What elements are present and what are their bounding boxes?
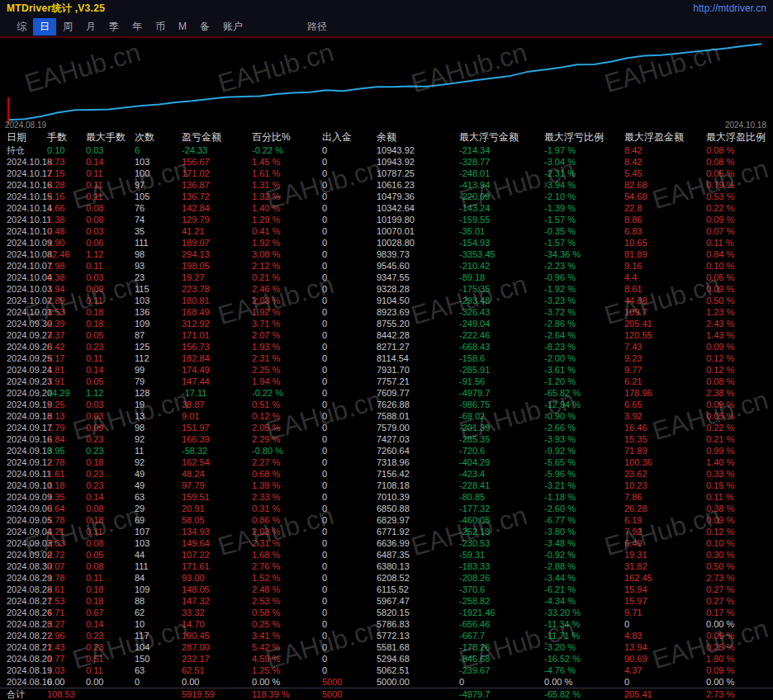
menu-item-zhanghu[interactable]: 账户	[216, 18, 249, 35]
table-row[interactable]: 2024.10.071.980.1193198.052.12 %09545.60…	[0, 260, 773, 272]
equity-chart: 2024.08.19 2024.10.18	[0, 38, 773, 130]
table-row[interactable]: 2024.10.031.940.09115223.782.46 %09328.2…	[0, 283, 773, 295]
cell: 5786.83	[377, 618, 459, 630]
table-row[interactable]: 2024.09.171.790.0998151.972.05 %07579.00…	[0, 422, 773, 433]
table-row[interactable]: 2024.09.180.130.03139.010.12 %07588.01-6…	[0, 410, 773, 422]
table-row[interactable]: 2024.10.152.160.11105136.721.32 %010479.…	[0, 191, 773, 202]
menu-item-nian[interactable]: 年	[126, 18, 149, 35]
table-row[interactable]: 2024.10.0812.461.1298294.133.08 %09839.7…	[0, 248, 773, 260]
table-row[interactable]: 2024.09.020.720.0544107.221.68 %06487.35…	[0, 549, 773, 560]
cell: 1.78	[47, 572, 86, 584]
cell: 0.95	[47, 445, 86, 456]
cell: -3353.45	[459, 248, 544, 260]
cell: 156.73	[182, 341, 252, 352]
cell: 0.00 %	[252, 676, 322, 688]
column-header: 最大浮亏金额	[459, 130, 544, 144]
cell: 0.03	[86, 144, 135, 156]
table-row[interactable]: 2024.09.231.910.0579147.441.94 %07757.21…	[0, 376, 773, 387]
table-row-total[interactable]: 合计108.535919.59118.39 %5000-4979.7-65.82…	[0, 688, 773, 699]
table-row[interactable]: 2024.08.271.530.1888147.322.53 %05967.47…	[0, 595, 773, 607]
cell: 294.13	[182, 248, 252, 260]
table-row[interactable]: 2024.08.212.430.23104287.005.42 %05581.6…	[0, 641, 773, 653]
table-row[interactable]: 2024.09.111.610.234948.240.68 %07156.42-…	[0, 468, 773, 480]
cell: 0	[322, 260, 377, 272]
table-row[interactable]: 2024.10.091.900.06111189.071.92 %010028.…	[0, 237, 773, 248]
cell: 9.16	[624, 260, 706, 272]
cell: 2.73	[47, 156, 86, 168]
cell: -1.20 %	[544, 376, 624, 387]
table-row[interactable]: 2024.08.160.000.0000.000.00 %50005000.00…	[0, 676, 773, 688]
cell: 0.11	[86, 179, 135, 191]
table-row[interactable]: 2024.09.091.350.1463159.512.33 %07010.39…	[0, 491, 773, 503]
menu-item-bei[interactable]: 备	[193, 18, 216, 35]
cell: -3.04 %	[544, 156, 624, 168]
cell: 2.61	[47, 584, 86, 595]
cell: 0.05	[86, 376, 135, 387]
table-row[interactable]: 2024.09.032.030.08103149.642.31 %06636.9…	[0, 537, 773, 549]
cell: 0	[322, 341, 377, 352]
table-row[interactable]: 2024.08.204.770.51150232.174.59 %05294.6…	[0, 653, 773, 665]
table-row[interactable]: 2024.09.302.390.18109312.923.71 %08755.2…	[0, 318, 773, 329]
cell: -3.23 %	[544, 295, 624, 306]
cell: -6.77 %	[544, 514, 624, 526]
table-row[interactable]: 2024.10.111.380.0874129.791.29 %010199.8…	[0, 214, 773, 225]
table-row[interactable]: 2024.09.2014.291.12128-17.11-0.22 %07609…	[0, 387, 773, 399]
table-row[interactable]: 2024.09.190.250.031938.870.51 %07626.88-…	[0, 399, 773, 410]
table-row[interactable]: 2024.09.130.950.2311-58.32-0.80 %07260.6…	[0, 445, 773, 456]
table-row[interactable]: 2024.08.264.710.676233.320.58 %05820.15-…	[0, 607, 773, 618]
cell: 0	[322, 318, 377, 329]
menu-item-ji[interactable]: 季	[102, 18, 126, 35]
table-row[interactable]: 2024.10.182.730.14103156.671.45 %010943.…	[0, 156, 773, 168]
table-row[interactable]: 2024.09.122.780.1892162.542.27 %07318.96…	[0, 456, 773, 468]
table-row[interactable]: 2024.09.042.210.11107134.932.03 %06771.9…	[0, 526, 773, 537]
menu-item-zhou[interactable]: 周	[56, 18, 79, 35]
table-row[interactable]: 2024.09.263.420.23125156.731.93 %08271.2…	[0, 341, 773, 352]
table-row[interactable]: 2024.10.141.660.0876142.841.40 %010342.6…	[0, 202, 773, 214]
cell: 9347.55	[377, 272, 459, 283]
menu-item-bi[interactable]: 币	[149, 18, 172, 35]
menu-item-m[interactable]: M	[172, 19, 193, 34]
cell: 0	[322, 537, 377, 549]
cell: 7108.18	[377, 480, 459, 491]
cell: 0	[322, 387, 377, 399]
cell: -4979.7	[459, 387, 544, 399]
table-row[interactable]: 2024.10.162.280.1197136.871.31 %010616.2…	[0, 179, 773, 191]
table-row[interactable]: 2024.09.162.840.2392166.392.29 %07427.03…	[0, 433, 773, 445]
vendor-link[interactable]: http://mtdriver.cn	[693, 2, 766, 14]
menu-item-zong[interactable]: 综	[10, 18, 33, 35]
cell: -0.90 %	[544, 410, 624, 422]
table-row[interactable]: 2024.10.013.530.18136168.491.92 %08923.6…	[0, 306, 773, 318]
cell: 0.50 %	[706, 560, 773, 572]
table-row[interactable]: 2024.08.222.960.23117190.453.41 %05772.1…	[0, 630, 773, 641]
cell: 0.72	[47, 549, 86, 560]
table-row[interactable]: 2024.08.282.610.18109148.052.48 %06115.5…	[0, 584, 773, 595]
table-row[interactable]: 2024.08.230.270.141014.700.25 %05786.83-…	[0, 618, 773, 630]
table-row[interactable]: 2024.09.241.810.1499174.492.25 %07931.70…	[0, 364, 773, 376]
table-row[interactable]: 2024.10.040.380.032319.270.21 %09347.55-…	[0, 272, 773, 283]
menu-item-ri[interactable]: 日	[33, 18, 56, 35]
table-row[interactable]: 2024.09.252.170.11112182.842.31 %08114.5…	[0, 352, 773, 364]
table-row[interactable]: 2024.10.100.480.033541.210.41 %010070.01…	[0, 225, 773, 237]
cell: -423.4	[459, 468, 544, 480]
table-row[interactable]: 2024.09.060.640.082920.910.31 %06850.88-…	[0, 503, 773, 514]
table-row[interactable]: 2024.08.291.780.118493.001.52 %06208.52-…	[0, 572, 773, 584]
table-row[interactable]: 2024.09.273.370.0587171.012.07 %08442.28…	[0, 329, 773, 341]
cell: 71.89	[624, 445, 706, 456]
cell: -11.34 %	[544, 618, 624, 630]
table-row[interactable]: 2024.09.101.180.234997.791.39 %07108.18-…	[0, 480, 773, 491]
table-row[interactable]: 2024.10.021.890.11103180.812.03 %09104.5…	[0, 295, 773, 306]
table-row[interactable]: 2024.10.172.150.11100171.021.61 %010787.…	[0, 168, 773, 179]
cell: 0.14	[86, 364, 135, 376]
table-row[interactable]: 2024.08.302.070.08111171.612.76 %06380.1…	[0, 560, 773, 572]
cell: -258.82	[459, 595, 544, 607]
cell: 0	[322, 491, 377, 503]
cell: 0.11	[86, 665, 135, 676]
table-body: 持仓0.100.036-24.33-0.22 %010943.92-214.34…	[0, 144, 773, 699]
table-row[interactable]: 2024.09.051.780.186958.050.86 %06829.97-…	[0, 514, 773, 526]
table-row-position[interactable]: 持仓0.100.036-24.33-0.22 %010943.92-214.34…	[0, 144, 773, 156]
menu-item-lujing[interactable]: 路径	[301, 18, 334, 35]
menu-item-yue[interactable]: 月	[79, 18, 102, 35]
cell: 0	[322, 306, 377, 318]
table-row[interactable]: 2024.08.191.030.116362.511.25 %05062.51-…	[0, 665, 773, 676]
column-header: 最大手数	[86, 130, 135, 144]
